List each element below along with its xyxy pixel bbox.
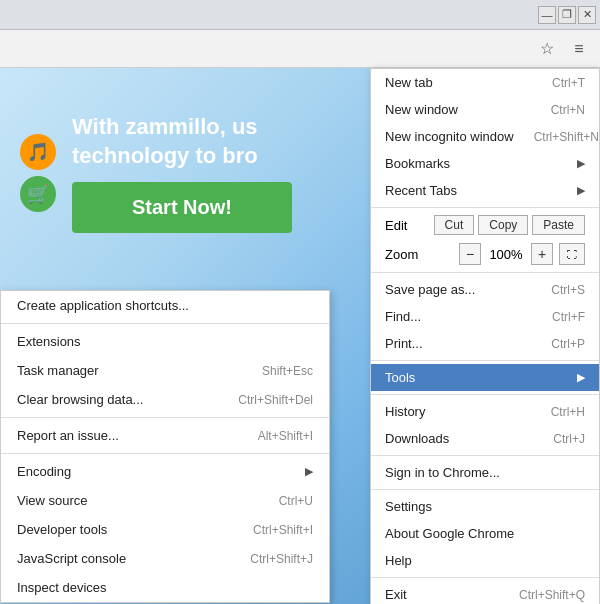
- edit-label: Edit: [385, 218, 430, 233]
- menu-item-shortcut: Ctrl+H: [551, 405, 585, 419]
- menu-separator: [1, 323, 329, 324]
- zoom-plus-button[interactable]: +: [531, 243, 553, 265]
- icon-cart: 🛒: [20, 176, 56, 212]
- left-menu-item-label: Report an issue...: [17, 428, 119, 443]
- menu-separator: [371, 207, 599, 208]
- menu-item-print[interactable]: Print...Ctrl+P: [371, 330, 599, 357]
- menu-separator: [371, 360, 599, 361]
- menu-item-label: Print...: [385, 336, 423, 351]
- zoom-fullscreen-button[interactable]: ⛶: [559, 243, 585, 265]
- submenu-arrow-icon: ▶: [577, 157, 585, 170]
- menu-item-history[interactable]: HistoryCtrl+H: [371, 398, 599, 425]
- menu-item-label: Recent Tabs: [385, 183, 457, 198]
- menu-separator: [371, 394, 599, 395]
- menu-item-label: New window: [385, 102, 458, 117]
- menu-item-downloads[interactable]: DownloadsCtrl+J: [371, 425, 599, 452]
- submenu-arrow-icon: ▶: [577, 371, 585, 384]
- menu-item-find[interactable]: Find...Ctrl+F: [371, 303, 599, 330]
- left-menu-item-label: Inspect devices: [17, 580, 107, 595]
- left-menu-item-report-an-issue[interactable]: Report an issue...Alt+Shift+I: [1, 421, 329, 450]
- edit-row: Edit Cut Copy Paste: [371, 211, 599, 239]
- menu-item-new-tab[interactable]: New tabCtrl+T: [371, 69, 599, 96]
- left-menu-item-encoding[interactable]: Encoding▶: [1, 457, 329, 486]
- menu-item-settings[interactable]: Settings: [371, 493, 599, 520]
- left-menu-item-create-application-shortcuts[interactable]: Create application shortcuts...: [1, 291, 329, 320]
- cut-button[interactable]: Cut: [434, 215, 475, 235]
- left-menu-item-label: View source: [17, 493, 88, 508]
- submenu-arrow-icon: ▶: [305, 465, 313, 478]
- menu-item-tools[interactable]: Tools▶: [371, 364, 599, 391]
- zoom-label: Zoom: [385, 247, 453, 262]
- icon-music: 🎵: [20, 134, 56, 170]
- menu-item-exit[interactable]: ExitCtrl+Shift+Q: [371, 581, 599, 604]
- menu-item-shortcut: Ctrl+N: [551, 103, 585, 117]
- menu-item-shortcut: Ctrl+P: [551, 337, 585, 351]
- menu-item-label: Downloads: [385, 431, 449, 446]
- left-menu-item-shortcut: Alt+Shift+I: [258, 429, 313, 443]
- chrome-menu-dropdown: New tabCtrl+TNew windowCtrl+NNew incogni…: [370, 68, 600, 604]
- left-menu-item-shortcut: Ctrl+Shift+J: [250, 552, 313, 566]
- left-menu-item-clear-browsing-data[interactable]: Clear browsing data...Ctrl+Shift+Del: [1, 385, 329, 414]
- left-menu-item-label: Extensions: [17, 334, 81, 349]
- chrome-menu-button[interactable]: ≡: [566, 36, 592, 62]
- menu-item-label: Bookmarks: [385, 156, 450, 171]
- menu-item-shortcut: Ctrl+Shift+N: [534, 130, 599, 144]
- left-menu-item-label: Developer tools: [17, 522, 107, 537]
- menu-item-shortcut: Ctrl+F: [552, 310, 585, 324]
- start-now-button[interactable]: Start Now!: [72, 182, 292, 233]
- copy-button[interactable]: Copy: [478, 215, 528, 235]
- menu-item-label: New tab: [385, 75, 433, 90]
- menu-item-shortcut: Ctrl+Shift+Q: [519, 588, 585, 602]
- menu-separator: [371, 272, 599, 273]
- menu-item-new-window[interactable]: New windowCtrl+N: [371, 96, 599, 123]
- menu-item-label: Exit: [385, 587, 407, 602]
- menu-item-label: History: [385, 404, 425, 419]
- menu-item-shortcut: Ctrl+T: [552, 76, 585, 90]
- menu-item-label: New incognito window: [385, 129, 514, 144]
- left-menu-item-shortcut: Ctrl+Shift+I: [253, 523, 313, 537]
- left-menu-item-inspect-devices[interactable]: Inspect devices: [1, 573, 329, 602]
- left-menu-item-developer-tools[interactable]: Developer toolsCtrl+Shift+I: [1, 515, 329, 544]
- menu-item-new-incognito-window[interactable]: New incognito windowCtrl+Shift+N: [371, 123, 599, 150]
- left-menu-item-label: JavaScript console: [17, 551, 126, 566]
- menu-item-label: About Google Chrome: [385, 526, 514, 541]
- tools-submenu: Create application shortcuts...Extension…: [0, 290, 330, 603]
- minimize-button[interactable]: —: [538, 6, 556, 24]
- bookmark-star-icon[interactable]: ☆: [534, 36, 560, 62]
- menu-item-save-page-as[interactable]: Save page as...Ctrl+S: [371, 276, 599, 303]
- left-menu-item-label: Create application shortcuts...: [17, 298, 189, 313]
- menu-item-bookmarks[interactable]: Bookmarks▶: [371, 150, 599, 177]
- menu-item-label: Tools: [385, 370, 415, 385]
- left-menu-item-label: Task manager: [17, 363, 99, 378]
- maximize-button[interactable]: ❐: [558, 6, 576, 24]
- menu-item-recent-tabs[interactable]: Recent Tabs▶: [371, 177, 599, 204]
- left-menu-item-javascript-console[interactable]: JavaScript consoleCtrl+Shift+J: [1, 544, 329, 573]
- menu-item-label: Save page as...: [385, 282, 475, 297]
- zoom-value: 100%: [487, 247, 525, 262]
- zoom-row: Zoom − 100% + ⛶: [371, 239, 599, 269]
- left-menu-item-shortcut: Ctrl+Shift+Del: [238, 393, 313, 407]
- left-menu-item-label: Clear browsing data...: [17, 392, 143, 407]
- menu-separator: [371, 455, 599, 456]
- menu-item-sign-in-to-chrome[interactable]: Sign in to Chrome...: [371, 459, 599, 486]
- menu-separator: [371, 489, 599, 490]
- left-menu-item-task-manager[interactable]: Task managerShift+Esc: [1, 356, 329, 385]
- menu-item-about-google-chrome[interactable]: About Google Chrome: [371, 520, 599, 547]
- menu-item-label: Help: [385, 553, 412, 568]
- left-menu-item-shortcut: Ctrl+U: [279, 494, 313, 508]
- menu-separator: [1, 453, 329, 454]
- left-menu-item-shortcut: Shift+Esc: [262, 364, 313, 378]
- left-menu-item-extensions[interactable]: Extensions: [1, 327, 329, 356]
- paste-button[interactable]: Paste: [532, 215, 585, 235]
- menu-item-label: Sign in to Chrome...: [385, 465, 500, 480]
- submenu-arrow-icon: ▶: [577, 184, 585, 197]
- left-menu-item-view-source[interactable]: View sourceCtrl+U: [1, 486, 329, 515]
- menu-item-help[interactable]: Help: [371, 547, 599, 574]
- page-headline: With zammillo, us technology to bro: [72, 113, 372, 170]
- menu-separator: [371, 577, 599, 578]
- zoom-minus-button[interactable]: −: [459, 243, 481, 265]
- menu-separator: [1, 417, 329, 418]
- titlebar: — ❐ ✕: [0, 0, 600, 30]
- browser-toolbar: ☆ ≡: [0, 30, 600, 68]
- close-button[interactable]: ✕: [578, 6, 596, 24]
